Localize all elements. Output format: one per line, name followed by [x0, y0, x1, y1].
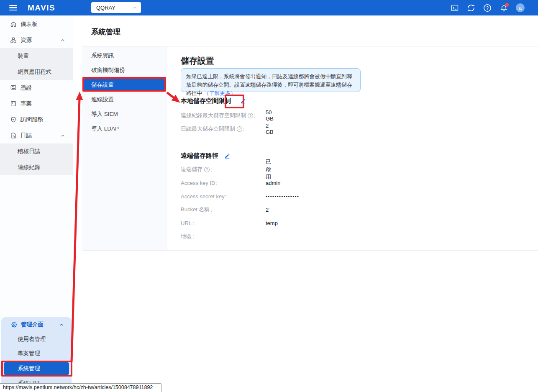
sidebar-item-label: 管理介面 [21, 321, 44, 328]
sidebar-item-projects[interactable]: 專案 [0, 96, 73, 112]
field-label: URL: [181, 220, 194, 226]
gear-icon [11, 321, 18, 328]
field-label: Bucket 名稱: [181, 206, 212, 213]
sidebar-item-label: 稽核日誌 [18, 148, 40, 155]
sidebar-item-logs[interactable]: 日誌 [0, 128, 73, 143]
sidebar-item-label: 連線紀錄 [18, 164, 40, 171]
sidebar-item-audit-logs[interactable]: 稽核日誌 [0, 143, 73, 159]
avatar[interactable]: a [516, 3, 525, 12]
sidebar-item-label: 裝置 [18, 52, 29, 60]
divider [181, 158, 528, 158]
chevron-up-icon [60, 133, 65, 138]
field-row: Bucket 名稱: 2 [181, 206, 212, 213]
link-preview-statusbar: https://mavis.pentium.network/hc/zh-tw/a… [0, 383, 161, 392]
sidebar-item-admin-interface[interactable]: 管理介面 [1, 317, 72, 332]
sidebar-item-web-apps[interactable]: 網頁應用程式 [0, 64, 73, 80]
sidebar-item-resources[interactable]: 資源 [0, 32, 73, 48]
top-bar-icons: ? a [451, 0, 525, 15]
sidebar-item-project-management[interactable]: 專案管理 [1, 346, 72, 361]
field-label: 遠端儲存?: [181, 166, 212, 173]
field-label: Access key ID: [181, 180, 218, 186]
field-row: 日誌最大儲存空間限制?: 2 GB [181, 125, 245, 133]
help-icon[interactable]: ? [483, 4, 492, 12]
remote-storage-section-heading: 遠端儲存路徑 [181, 152, 231, 160]
chevron-up-icon [60, 38, 65, 43]
field-value: 2 [266, 207, 269, 213]
sidebar-item-label: 網頁應用程式 [18, 68, 51, 76]
chevron-up-icon [59, 322, 64, 327]
sidebar-item-label: 憑證 [20, 84, 32, 92]
sidebar-item-label: 訪問服務 [20, 116, 43, 123]
sidebar-item-devices[interactable]: 裝置 [0, 48, 73, 64]
sidebar-item-system-management[interactable]: 系統管理 [4, 362, 69, 375]
sidebar-item-connection-records[interactable]: 連線紀錄 [0, 159, 73, 175]
field-label: 日誌最大儲存空間限制?: [181, 125, 245, 133]
help-icon[interactable]: ? [204, 167, 210, 172]
field-value: admin [266, 180, 280, 186]
project-selector-value: QQRAY [96, 5, 115, 11]
section-heading-label: 本地儲存空間限制 [181, 97, 231, 105]
field-value: 已啟用 [266, 158, 271, 181]
subnav-item-label: 儲存設置 [91, 81, 114, 89]
learn-more-link[interactable]: （了解更多） [204, 90, 236, 96]
subnav-item-import-ldap[interactable]: 導入 LDAP [82, 121, 166, 136]
subnav-item-storage-settings[interactable]: 儲存設置 [84, 79, 164, 91]
edit-local-storage-icon[interactable] [240, 98, 246, 104]
sidebar-item-access-services[interactable]: 訪問服務 [0, 112, 73, 128]
field-row: Access key ID: admin [181, 179, 218, 187]
sidebar-item-label: 專案 [20, 100, 32, 108]
field-row: 地區: [181, 233, 194, 240]
refresh-icon[interactable] [467, 4, 475, 12]
field-label: Access secret key: [181, 193, 227, 200]
field-value-masked: ••••••••••••••• [266, 194, 299, 199]
project-selector-dropdown[interactable]: QQRAY [91, 2, 141, 13]
subnav-item-label: 連線設置 [91, 96, 114, 103]
subnav-item-import-siem[interactable]: 導入 SIEM [82, 107, 166, 121]
sidebar-item-system-management-row: 系統管理 [1, 361, 72, 377]
sidebar-item-certificates[interactable]: 憑證 [0, 80, 73, 96]
subnav-item-label: 破窗機制備份 [91, 67, 125, 74]
chevron-down-icon [132, 5, 137, 10]
field-row: 連線紀錄最大儲存空間限制?: 50 GB [181, 112, 256, 119]
subnav-item-break-glass-backup[interactable]: 破窗機制備份 [82, 63, 166, 77]
home-icon [10, 21, 17, 28]
subnav-item-label: 系統資訊 [91, 52, 114, 59]
sidebar-item-label: 系統管理 [18, 365, 40, 372]
resources-icon [10, 37, 17, 44]
divider [82, 250, 538, 251]
subnav-item-label: 導入 LDAP [91, 125, 119, 133]
top-bar: MAVIS QQRAY ? a [0, 0, 538, 15]
field-label: 地區: [181, 233, 194, 240]
sidebar-item-user-management[interactable]: 使用者管理 [1, 332, 72, 346]
edit-remote-storage-icon[interactable] [224, 153, 231, 159]
notification-bell-icon[interactable] [500, 4, 508, 12]
terminal-icon[interactable] [451, 4, 459, 12]
field-label: 連線紀錄最大儲存空間限制?: [181, 112, 256, 119]
certificate-icon [10, 85, 17, 91]
sidebar-item-label: 儀表板 [20, 20, 38, 28]
local-storage-section-heading: 本地儲存空間限制 [181, 97, 246, 105]
sidebar-submenu-logs: 稽核日誌 連線紀錄 [0, 143, 73, 175]
project-board-icon [10, 100, 17, 107]
app-window: MAVIS QQRAY ? a 儀表板 [0, 0, 538, 392]
help-icon[interactable]: ? [248, 113, 253, 118]
sidebar-admin-section: 管理介面 使用者管理 專案管理 系統管理 系統日誌 [1, 317, 72, 392]
subnav-item-system-info[interactable]: 系統資訊 [82, 48, 166, 63]
info-banner: 如果已達上限，系統將會發出通知，日誌及連線都將會被做中斷直到釋放足夠的儲存空間。… [181, 68, 361, 92]
sidebar-item-label: 使用者管理 [18, 336, 46, 343]
subnav-item-label: 導入 SIEM [91, 110, 118, 118]
field-value: temp [266, 220, 278, 226]
field-value: 2 GB [266, 123, 274, 135]
menu-toggle-icon[interactable] [9, 5, 17, 10]
field-row: URL: temp [181, 219, 194, 227]
section-heading-label: 遠端儲存路徑 [181, 152, 218, 160]
sidebar-submenu-resources: 裝置 網頁應用程式 [0, 48, 73, 80]
log-document-icon [10, 132, 17, 139]
subnav-item-connection-settings[interactable]: 連線設置 [82, 92, 166, 107]
shield-check-icon [10, 116, 17, 123]
field-row: Access secret key: ••••••••••••••• [181, 192, 227, 200]
help-icon[interactable]: ? [237, 126, 242, 132]
app-logo: MAVIS [28, 3, 55, 13]
page-title: 系統管理 [91, 27, 120, 37]
sidebar-item-dashboard[interactable]: 儀表板 [0, 16, 73, 32]
